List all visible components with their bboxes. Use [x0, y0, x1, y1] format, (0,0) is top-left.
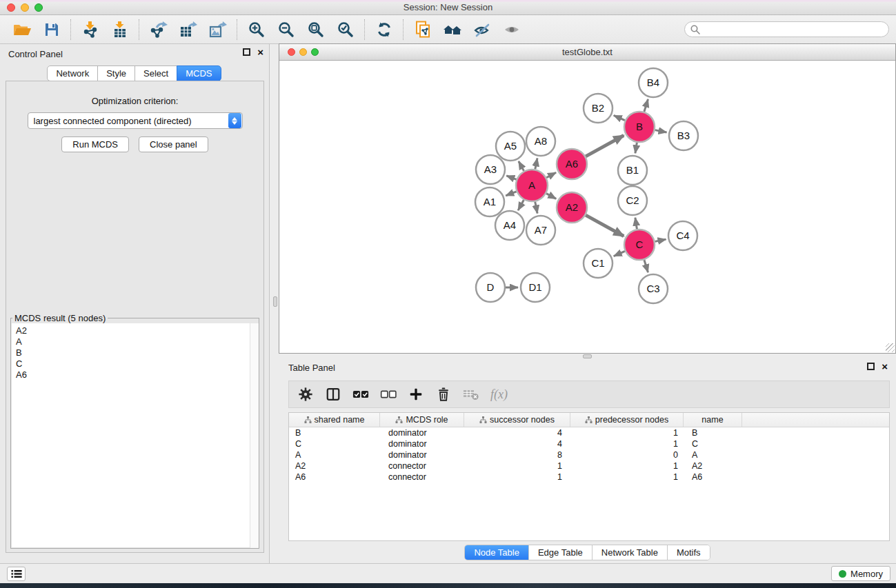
column-header-name[interactable]: name	[684, 413, 742, 427]
mcds-result-item[interactable]: C	[12, 358, 258, 369]
table-cell[interactable]: dominator	[380, 450, 464, 460]
tab-edge-table[interactable]: Edge Table	[528, 545, 592, 560]
table-cell[interactable]: A6	[289, 472, 380, 482]
graph-node-D[interactable]: D	[476, 273, 505, 302]
graph-node-A4[interactable]: A4	[495, 211, 524, 240]
graph-node-B3[interactable]: B3	[669, 121, 698, 150]
table-cell[interactable]: A2	[289, 461, 380, 471]
table-cell[interactable]: B	[684, 428, 742, 438]
table-cell[interactable]: A2	[684, 461, 742, 471]
graph-node-A7[interactable]: A7	[526, 216, 555, 245]
graph-edge-A2-C[interactable]	[586, 215, 624, 236]
tab-network-table[interactable]: Network Table	[592, 545, 667, 560]
graph-node-C4[interactable]: C4	[668, 221, 697, 250]
tab-motifs[interactable]: Motifs	[667, 545, 710, 560]
graph-node-A1[interactable]: A1	[475, 187, 504, 216]
window-resize-grip[interactable]	[886, 343, 895, 352]
vertical-split-handle[interactable]	[273, 296, 277, 307]
zoom-in-button[interactable]	[241, 17, 271, 42]
graph-edge-A-A6[interactable]	[546, 172, 556, 177]
table-cell[interactable]: 4	[464, 439, 570, 449]
table-cell[interactable]: 0	[570, 450, 684, 460]
graph-node-A[interactable]: A	[516, 170, 548, 201]
table-cell[interactable]: 8	[464, 450, 570, 460]
tab-mcds[interactable]: MCDS	[177, 65, 221, 81]
zoom-out-button[interactable]	[271, 17, 301, 42]
table-cell[interactable]: 1	[570, 439, 684, 449]
graph-edge-A6-B[interactable]	[586, 136, 624, 156]
memory-button[interactable]: Memory	[831, 566, 890, 581]
search-box[interactable]	[684, 21, 889, 37]
graph-edge-A-A1[interactable]	[506, 192, 516, 196]
table-cell[interactable]: 1	[464, 472, 570, 482]
show-task-history-button[interactable]	[7, 567, 26, 581]
table-cell[interactable]: A6	[684, 472, 742, 482]
graph-edge-B-B1[interactable]	[635, 143, 637, 154]
export-image-button[interactable]	[203, 17, 232, 42]
graph-edge-C-C2[interactable]	[635, 218, 637, 230]
graph-node-B1[interactable]: B1	[618, 156, 647, 185]
graph-edge-B-B4[interactable]	[644, 99, 648, 112]
graph-node-C3[interactable]: C3	[639, 274, 668, 303]
graph-edge-A-A5[interactable]	[519, 161, 524, 171]
tab-style[interactable]: Style	[97, 65, 135, 81]
graph-node-C2[interactable]: C2	[618, 186, 647, 215]
table-row[interactable]: A6connector11A6	[289, 472, 889, 483]
graph-edge-C-C4[interactable]	[655, 239, 666, 241]
float-table-panel-icon[interactable]	[867, 363, 875, 370]
graph-node-A8[interactable]: A8	[526, 127, 555, 156]
result-list-scrollbar[interactable]	[250, 323, 259, 548]
mcds-result-item[interactable]: A	[12, 336, 258, 347]
delete-column-button[interactable]	[435, 386, 452, 403]
apply-layout-button[interactable]	[369, 17, 399, 42]
table-cell[interactable]: B	[289, 428, 380, 438]
mcds-result-item[interactable]: B	[12, 347, 258, 358]
table-cell[interactable]: dominator	[380, 439, 464, 449]
graph-edge-A-A2[interactable]	[546, 194, 556, 199]
graph-node-B4[interactable]: B4	[639, 68, 668, 97]
table-cell[interactable]: dominator	[380, 428, 464, 438]
graph-edge-C-C1[interactable]	[614, 251, 625, 256]
graph-edge-A-A3[interactable]	[506, 176, 516, 180]
import-network-button[interactable]	[75, 17, 105, 42]
table-cell[interactable]: connector	[380, 472, 464, 482]
search-input[interactable]	[704, 24, 888, 34]
tab-network[interactable]: Network	[47, 65, 98, 81]
open-session-button[interactable]	[7, 17, 37, 42]
mcds-result-item[interactable]: A2	[12, 325, 258, 336]
table-cell[interactable]: A	[684, 450, 742, 460]
column-header-mcds-role[interactable]: MCDS role	[380, 413, 464, 427]
zoom-selected-button[interactable]	[330, 17, 360, 42]
table-row[interactable]: Bdominator41B	[289, 427, 889, 438]
home-views-button[interactable]	[437, 17, 467, 42]
deselect-all-button[interactable]	[380, 386, 397, 403]
graph-node-A5[interactable]: A5	[496, 132, 525, 161]
graph-edge-C-C3[interactable]	[644, 260, 648, 272]
table-cell[interactable]: C	[684, 439, 742, 449]
table-cell[interactable]: A	[289, 450, 380, 460]
export-network-button[interactable]	[143, 17, 173, 42]
table-cell[interactable]: 1	[570, 461, 684, 471]
table-cell[interactable]: connector	[380, 461, 464, 471]
column-header-successor-nodes[interactable]: successor nodes	[464, 413, 570, 427]
select-all-button[interactable]	[352, 386, 369, 403]
graph-edge-B-B2[interactable]	[614, 115, 625, 120]
mcds-result-list[interactable]: A2ABCA6	[12, 323, 258, 547]
graph-node-A3[interactable]: A3	[476, 155, 505, 184]
float-panel-icon[interactable]	[243, 48, 250, 56]
graph-edge-A-A4[interactable]	[518, 200, 524, 210]
show-all-button[interactable]	[497, 17, 526, 42]
table-cell[interactable]: 1	[570, 472, 684, 482]
table-row[interactable]: Cdominator41C	[289, 438, 889, 449]
graph-edge-B-B3[interactable]	[655, 130, 667, 132]
table-cell[interactable]: 1	[570, 428, 684, 438]
table-row[interactable]: Adominator80A	[289, 449, 889, 460]
graph-node-B2[interactable]: B2	[584, 94, 613, 123]
table-settings-button[interactable]	[297, 386, 314, 403]
table-cell[interactable]: 4	[464, 428, 570, 438]
tab-node-table[interactable]: Node Table	[465, 545, 528, 560]
graph-edge-A-A7[interactable]	[535, 202, 537, 214]
tab-select[interactable]: Select	[135, 65, 177, 81]
hide-selected-button[interactable]	[467, 17, 497, 42]
network-canvas[interactable]: AA6A2BCA5A8A3A1A4A7B2B4B3B1C2C4C1C3DD1	[279, 61, 895, 353]
